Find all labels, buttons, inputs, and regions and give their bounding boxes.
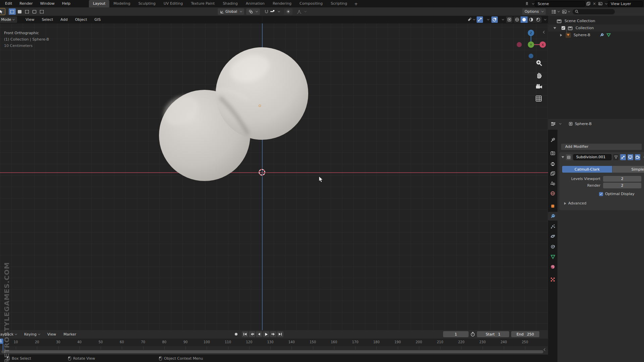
- object-expand-icon[interactable]: [560, 34, 562, 37]
- simple-button[interactable]: Simple: [612, 166, 644, 173]
- outliner-search-input[interactable]: [573, 9, 615, 14]
- editor-type-icon[interactable]: [551, 122, 556, 126]
- outliner-display-mode-dropdown[interactable]: [551, 10, 559, 14]
- scene-browse-icon[interactable]: [525, 1, 530, 6]
- modifier-name-field[interactable]: Subdivision.001: [573, 154, 611, 160]
- proportional-edit-button[interactable]: [284, 8, 292, 15]
- shading-rendered-button[interactable]: [535, 16, 542, 23]
- shading-material-button[interactable]: [528, 16, 535, 23]
- workspace-tab-rendering[interactable]: Rendering: [269, 0, 296, 7]
- timeline-menu-keying[interactable]: Keying: [20, 331, 44, 338]
- tab-object[interactable]: [548, 202, 557, 210]
- show-gizmos-toggle[interactable]: [477, 16, 483, 23]
- viewport-menu-view[interactable]: View: [22, 16, 38, 23]
- mode-dropdown[interactable]: Object Mode: [0, 16, 17, 23]
- workspace-tab-shading[interactable]: Shading: [219, 0, 242, 7]
- topbar-menu-help[interactable]: Help: [58, 0, 74, 7]
- snap-chevron-icon[interactable]: [278, 10, 280, 12]
- workspace-tab-uv-editing[interactable]: UV Editing: [160, 0, 187, 7]
- tab-particles[interactable]: [548, 222, 557, 231]
- select-mode-extend[interactable]: [16, 8, 23, 15]
- topbar-menu-edit[interactable]: Edit: [1, 0, 16, 7]
- modifier-viewport-toggle[interactable]: [628, 154, 633, 160]
- record-button[interactable]: [233, 331, 239, 337]
- xray-toggle[interactable]: [506, 16, 513, 23]
- end-frame-field[interactable]: End250: [511, 331, 539, 337]
- pivot-point-dropdown[interactable]: [246, 8, 260, 15]
- tab-output[interactable]: [548, 160, 557, 168]
- outliner-row-scene-collection[interactable]: Scene Collection: [548, 17, 644, 24]
- tab-modifiers[interactable]: [548, 212, 557, 221]
- select-mode-intersect[interactable]: [38, 8, 45, 15]
- options-dropdown[interactable]: Options: [522, 8, 546, 15]
- add-workspace-button[interactable]: +: [351, 1, 361, 6]
- viewport-menu-add[interactable]: Add: [57, 16, 71, 23]
- view-layer-field[interactable]: View Layer: [608, 1, 643, 7]
- collection-checkbox[interactable]: [561, 26, 565, 30]
- modifier-expand-icon[interactable]: [561, 156, 564, 158]
- viewport-menu-object[interactable]: Object: [71, 16, 91, 23]
- camera-view-icon[interactable]: [535, 84, 543, 90]
- workspace-tab-scripting[interactable]: Scripting: [327, 0, 351, 7]
- tab-physics[interactable]: [548, 232, 557, 241]
- proportional-falloff-dropdown[interactable]: [294, 8, 309, 15]
- mesh-object-sphere-b[interactable]: [153, 44, 317, 193]
- select-mode-invert[interactable]: [31, 8, 38, 15]
- scene-chevron-icon[interactable]: [532, 2, 534, 4]
- gizmo-x-neg-axis[interactable]: [517, 42, 522, 47]
- copy-scene-icon[interactable]: [586, 1, 591, 6]
- outliner-filter-dropdown[interactable]: [562, 10, 570, 14]
- workspace-tab-modeling[interactable]: Modeling: [109, 0, 134, 7]
- viewport-menu-gis[interactable]: GIS: [91, 16, 104, 23]
- modifier-render-toggle[interactable]: [635, 154, 641, 160]
- workspace-tab-animation[interactable]: Animation: [242, 0, 269, 7]
- show-gizmo-dropdown[interactable]: [467, 16, 476, 23]
- navigation-gizmo[interactable]: Z X Y: [513, 26, 548, 63]
- timeline-scrollbar-thumb[interactable]: [1, 350, 543, 353]
- timeline-track[interactable]: [0, 346, 548, 350]
- modifier-editmode-toggle[interactable]: [613, 154, 619, 160]
- outliner-row-collection[interactable]: Collection: [548, 24, 644, 32]
- jump-to-start-button[interactable]: [242, 331, 248, 337]
- show-overlays-toggle[interactable]: [491, 16, 498, 23]
- add-modifier-button[interactable]: Add Modifier: [561, 143, 642, 150]
- optimal-display-checkbox[interactable]: [599, 192, 603, 196]
- scene-name-field[interactable]: Scene: [535, 1, 585, 7]
- tab-texture[interactable]: [548, 275, 557, 284]
- transform-orientation-dropdown[interactable]: Global: [218, 8, 244, 15]
- select-mode-subtract[interactable]: [23, 8, 31, 15]
- outliner-row-sphere-b[interactable]: Sphere-B: [548, 32, 644, 39]
- tab-scene[interactable]: [548, 179, 557, 187]
- viewport-3d[interactable]: Object Mode ViewSelectAddObjectGIS: [0, 16, 548, 330]
- zoom-tool-icon[interactable]: [535, 59, 543, 67]
- workspace-tab-texture-paint[interactable]: Texture Paint: [187, 0, 219, 7]
- prev-frame-button[interactable]: [256, 331, 262, 337]
- overlays-chevron[interactable]: [499, 16, 505, 23]
- view-layer-icon[interactable]: [598, 1, 603, 6]
- start-frame-field[interactable]: Start1: [477, 331, 509, 337]
- catmull-clark-button[interactable]: Catmull-Clark: [562, 166, 612, 173]
- orthographic-grid-icon[interactable]: [535, 95, 542, 102]
- tab-render[interactable]: [548, 149, 557, 158]
- tab-object-data[interactable]: [548, 252, 557, 261]
- levels-viewport-field[interactable]: 2: [603, 176, 641, 182]
- jump-to-end-button[interactable]: [277, 331, 283, 337]
- editor-type-chevron-icon[interactable]: [559, 122, 561, 124]
- shading-chevron-icon[interactable]: [544, 18, 546, 20]
- modifier-oncage-toggle[interactable]: [620, 154, 626, 160]
- timeline-ruler[interactable]: 1020304050607080901001101201301401501601…: [0, 339, 548, 346]
- active-tool-button[interactable]: [0, 8, 5, 15]
- play-button[interactable]: [263, 331, 269, 337]
- view-layer-chevron-icon[interactable]: [605, 2, 607, 4]
- prev-keyframe-button[interactable]: [249, 331, 255, 337]
- timeline-menu-marker[interactable]: Marker: [60, 331, 80, 338]
- current-frame-field[interactable]: 1: [443, 331, 469, 337]
- timeline-menu-view[interactable]: View: [44, 331, 60, 338]
- select-mode-set[interactable]: [9, 8, 16, 15]
- shading-solid-button[interactable]: [521, 16, 528, 23]
- workspace-tab-layout[interactable]: Layout: [89, 0, 109, 7]
- pan-hand-icon[interactable]: [535, 71, 543, 79]
- viewport-menu-select[interactable]: Select: [38, 16, 57, 23]
- collection-expand-icon[interactable]: [553, 27, 556, 29]
- tab-material[interactable]: [548, 262, 557, 271]
